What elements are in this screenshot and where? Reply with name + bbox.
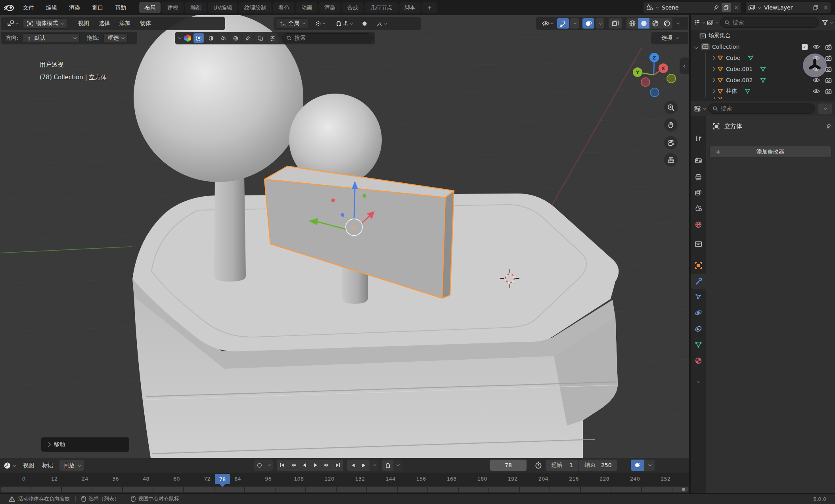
expand-chevron-icon[interactable] xyxy=(711,67,715,71)
outliner-row-collection[interactable]: Collection ✓ xyxy=(691,41,835,52)
timeline-scrollbar[interactable] xyxy=(1,487,688,492)
add-workspace-button[interactable]: + xyxy=(422,2,437,13)
pan-hand-button[interactable] xyxy=(664,118,678,132)
tab-rendering[interactable]: 渲染 xyxy=(319,2,341,13)
next-keyframe-button[interactable] xyxy=(321,460,332,471)
menu-add[interactable]: 添加 xyxy=(115,20,134,27)
properties-search-input[interactable]: 搜索 xyxy=(708,103,815,114)
duplicate-toggle[interactable] xyxy=(255,33,265,43)
frame-start-field[interactable]: 起始 1 xyxy=(546,460,578,471)
playhead[interactable]: 78 xyxy=(215,474,230,484)
camera-render-icon[interactable] xyxy=(825,44,832,50)
properties-editor-type-button[interactable] xyxy=(694,105,705,112)
auto-keying-dropdown[interactable] xyxy=(393,460,402,471)
shading-solid-button[interactable] xyxy=(638,18,649,29)
tool-header-collapse-icon[interactable] xyxy=(178,36,181,39)
play-button[interactable] xyxy=(310,460,321,471)
timeline-ruler[interactable]: 0122436486072849610812013214415616818019… xyxy=(0,473,689,486)
timeline-menu-view[interactable]: 视图 xyxy=(19,462,38,469)
menu-view[interactable]: 视图 xyxy=(74,20,93,27)
timeline-editor-type-button[interactable] xyxy=(3,462,15,470)
jump-to-end-button[interactable] xyxy=(332,460,343,471)
use-preview-range-button[interactable] xyxy=(534,461,542,469)
tab-uv-editing[interactable]: UV编辑 xyxy=(208,2,237,13)
pin-icon[interactable] xyxy=(713,4,719,10)
shading-rendered-button[interactable] xyxy=(661,18,672,29)
orthographic-toggle-button[interactable] xyxy=(664,153,678,167)
eye-icon[interactable] xyxy=(813,44,820,50)
camera-view-button[interactable] xyxy=(664,136,678,149)
tab-physics[interactable] xyxy=(691,305,706,320)
tab-geometry-nodes[interactable]: 几何节点 xyxy=(365,2,398,13)
tab-world[interactable] xyxy=(691,217,706,232)
transform-orientation-selector[interactable]: 全局 xyxy=(276,18,308,29)
zigzag-toggle[interactable] xyxy=(267,33,278,43)
scrollbar-handle-dot[interactable] xyxy=(682,488,685,491)
tab-scripting[interactable]: 脚本 xyxy=(399,2,421,13)
tab-modifiers[interactable] xyxy=(691,274,706,289)
shading-dropdown[interactable] xyxy=(674,18,682,29)
menu-help[interactable]: 帮助 xyxy=(109,0,132,15)
drag-selector[interactable]: 框选 xyxy=(103,33,128,43)
outliner-row-cylinder[interactable]: 柱体 xyxy=(691,86,835,97)
expand-chevron-icon[interactable] xyxy=(711,89,715,93)
current-frame-field[interactable]: 78 xyxy=(490,460,527,471)
outliner-row-scene-collection[interactable]: 场景集合 xyxy=(691,30,835,41)
world-space-toggle[interactable] xyxy=(230,33,241,43)
menu-edit[interactable]: 编辑 xyxy=(40,0,63,15)
expand-chevron-icon[interactable] xyxy=(694,44,698,49)
menu-select[interactable]: 选择 xyxy=(95,20,114,27)
proportional-falloff-button[interactable] xyxy=(372,18,390,29)
outliner-row-cube-002[interactable]: Cube.002 xyxy=(691,75,835,86)
tab-object[interactable] xyxy=(691,258,706,273)
zoom-button[interactable] xyxy=(664,101,678,114)
tab-compositing[interactable]: 合成 xyxy=(342,2,364,13)
play-reverse-button[interactable] xyxy=(299,460,310,471)
menu-render[interactable]: 渲染 xyxy=(63,0,86,15)
3d-viewport[interactable]: 物体模式 视图 选择 添加 物体 全局 xyxy=(0,15,689,458)
collection-checkbox[interactable]: ✓ xyxy=(802,44,808,50)
keying-set-button[interactable] xyxy=(254,460,265,471)
timeline-menu-playback[interactable]: 回放 xyxy=(59,460,84,471)
operator-panel[interactable]: 移动 xyxy=(41,437,129,452)
menu-window[interactable]: 窗口 xyxy=(86,0,109,15)
jump-to-start-button[interactable] xyxy=(277,460,288,471)
xray-toggle[interactable] xyxy=(609,18,622,29)
tab-animation[interactable]: 动画 xyxy=(296,2,318,13)
tab-particles[interactable] xyxy=(691,289,706,304)
camera-render-icon[interactable] xyxy=(825,66,832,72)
outliner-filter-type-button[interactable] xyxy=(707,19,718,26)
navigation-gizmo[interactable]: Z X Y xyxy=(628,40,680,99)
eye-icon[interactable] xyxy=(813,77,820,83)
pin-icon[interactable] xyxy=(825,123,832,129)
timeline-overlay-toggle[interactable] xyxy=(631,460,644,471)
camera-render-icon[interactable] xyxy=(825,88,832,94)
remove-viewlayer-button[interactable]: × xyxy=(823,4,828,11)
viewlayer-selector[interactable]: ViewLayer × xyxy=(745,2,831,13)
overlays-dropdown[interactable] xyxy=(596,18,604,29)
outliner-filter-button[interactable] xyxy=(822,19,832,26)
select-box-toggle[interactable] xyxy=(193,33,204,43)
workspace-filter-icon[interactable] xyxy=(184,34,192,42)
tab-output[interactable] xyxy=(691,169,706,184)
properties-options-dropdown[interactable] xyxy=(818,103,832,114)
expand-chevron-icon[interactable] xyxy=(711,56,715,60)
tool-search-input[interactable]: 搜索 xyxy=(282,33,373,43)
frame-back-button[interactable] xyxy=(347,460,358,471)
timeline-overlay-dropdown[interactable] xyxy=(644,460,655,471)
gizmos-dropdown[interactable] xyxy=(570,18,579,29)
outliner-editor-type-button[interactable] xyxy=(694,19,705,26)
outliner-row-clipped[interactable] xyxy=(691,97,835,99)
eye-icon[interactable] xyxy=(813,88,820,94)
sidebar-collapse-tab[interactable]: ‹ xyxy=(680,57,689,74)
previous-keyframe-button[interactable] xyxy=(288,460,299,471)
menu-object[interactable]: 物体 xyxy=(136,20,155,27)
scene-selector[interactable]: Scene × xyxy=(643,2,741,13)
tab-constraints[interactable] xyxy=(691,321,706,336)
tab-object-data[interactable] xyxy=(691,337,706,352)
frame-forward-button[interactable] xyxy=(358,460,370,471)
shading-material-button[interactable] xyxy=(649,18,661,29)
mode-selector[interactable]: 物体模式 xyxy=(23,18,67,29)
direction-selector[interactable]: 默认 xyxy=(23,33,80,43)
snapping-magnet-button[interactable] xyxy=(331,18,357,29)
